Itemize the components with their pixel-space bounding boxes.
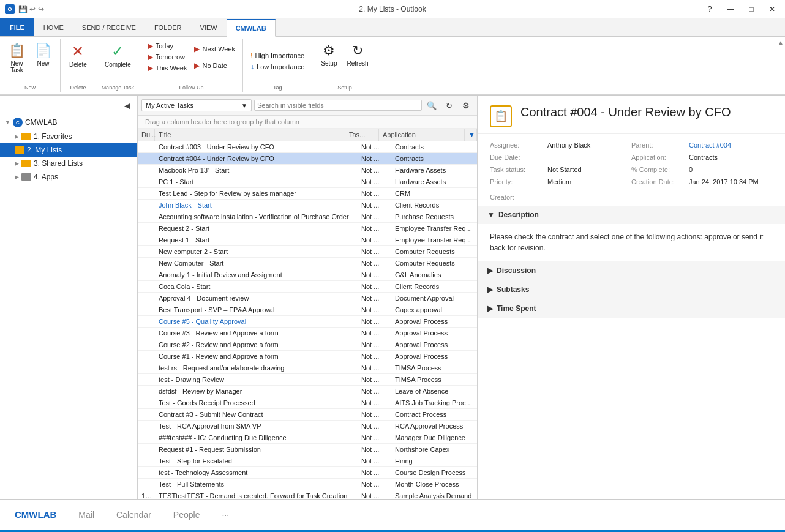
task-cell-tas: Not ... bbox=[358, 165, 391, 176]
nav-item-calendar[interactable]: Calendar bbox=[111, 508, 156, 522]
nav-item-people[interactable]: People bbox=[168, 508, 205, 522]
task-cell-title: Approval 4 - Document review bbox=[155, 293, 358, 304]
refresh-list-btn[interactable]: ↻ bbox=[441, 98, 456, 113]
section-header-time-spent[interactable]: ▶ Time Spent bbox=[478, 299, 785, 318]
nav-item-cmwlab[interactable]: CMWLAB bbox=[10, 507, 61, 522]
table-row[interactable]: Course #3 - Review and Approve a form No… bbox=[138, 328, 477, 339]
table-row[interactable]: Best Transport - SVP – FP&A Approval Not… bbox=[138, 304, 477, 316]
sidebar-item-my-lists[interactable]: 2. My Lists bbox=[0, 143, 137, 157]
close-btn[interactable]: ✕ bbox=[764, 3, 780, 15]
tab-file[interactable]: FILE bbox=[0, 18, 34, 36]
table-row[interactable]: Course #2 - Review and Approve a form No… bbox=[138, 339, 477, 351]
maximize-btn[interactable]: □ bbox=[743, 3, 759, 15]
table-row[interactable]: Coca Cola - Start Not ... Client Records bbox=[138, 281, 477, 293]
tab-cmwlab[interactable]: CMWLAB bbox=[227, 19, 276, 37]
table-row[interactable]: Anomaly 1 - Initial Review and Assigment… bbox=[138, 269, 477, 281]
detail-title: Contract #004 - Under Review by CFO bbox=[520, 105, 731, 119]
ribbon-group-delete-label: Delete bbox=[61, 84, 96, 91]
table-row[interactable]: Accounting software installation - Verif… bbox=[138, 211, 477, 223]
task-cell-app: Document Approval bbox=[391, 293, 477, 304]
task-cell-app: Contracts bbox=[391, 153, 477, 164]
sidebar-item-apps[interactable]: ▶ 4. Apps bbox=[0, 170, 137, 184]
search-btn[interactable]: 🔍 bbox=[424, 98, 439, 113]
table-row[interactable]: ###test### - IC: Conducting Due Diligenc… bbox=[138, 432, 477, 444]
table-row[interactable]: Request #1 - Request Submission Not ... … bbox=[138, 444, 477, 455]
task-filter-dropdown[interactable]: My Active Tasks ▼ bbox=[141, 99, 252, 111]
delete-button[interactable]: ✕ Delete bbox=[64, 40, 92, 70]
task-cell-app: Hiring bbox=[391, 455, 477, 466]
table-row[interactable]: Contract #003 - Under Review by CFO Not … bbox=[138, 141, 477, 153]
this-week-button[interactable]: ▶ This Week bbox=[144, 62, 191, 73]
task-cell-du bbox=[138, 471, 155, 474]
task-cell-title: Test Lead - Step for Review by sales man… bbox=[155, 188, 358, 199]
window-title: 2. My Lists - Outlook bbox=[359, 5, 426, 13]
sidebar-item-cmwlab[interactable]: ▼ C CMWLAB bbox=[0, 115, 137, 130]
sidebar-cmwlab-label: CMWLAB bbox=[25, 118, 58, 127]
tab-folder[interactable]: FOLDER bbox=[145, 18, 191, 36]
ribbon-collapse-toggle[interactable]: ▲ bbox=[776, 39, 785, 46]
table-row[interactable]: Test - Pull Statements Not ... Month Clo… bbox=[138, 479, 477, 490]
new-button[interactable]: 📄 New bbox=[30, 40, 56, 69]
search-input[interactable] bbox=[257, 102, 419, 109]
section-label-subtasks: Subtasks bbox=[497, 285, 529, 294]
minimize-btn[interactable]: — bbox=[723, 3, 738, 15]
table-row[interactable]: PC 1 - Start Not ... Hardware Assets bbox=[138, 176, 477, 188]
tab-home[interactable]: HOME bbox=[34, 18, 73, 36]
col-header-filter[interactable]: ▼ bbox=[465, 129, 477, 141]
sidebar-item-favorites[interactable]: ▶ 1. Favorites bbox=[0, 130, 137, 143]
refresh-button[interactable]: ↻ Refresh bbox=[342, 40, 373, 69]
table-row[interactable]: Contract #3 - Submit New Contract Not ..… bbox=[138, 409, 477, 421]
task-cell-app: Approval Process bbox=[391, 328, 477, 339]
table-row[interactable]: Test - Goods Receipt Processed Not ... A… bbox=[138, 397, 477, 409]
no-date-button[interactable]: ▶ No Date bbox=[190, 60, 239, 71]
tab-send-receive[interactable]: SEND / RECEIVE bbox=[73, 18, 145, 36]
today-button[interactable]: ▶ Today bbox=[144, 40, 191, 51]
nav-item-mail[interactable]: Mail bbox=[73, 508, 99, 522]
table-row[interactable]: Request 2 - Start Not ... Employee Trans… bbox=[138, 223, 477, 234]
high-importance-button[interactable]: ! High Importance bbox=[247, 50, 308, 61]
table-row[interactable]: Request 1 - Start Not ... Employee Trans… bbox=[138, 234, 477, 246]
table-row[interactable]: test rs - Request and/or elaborate drawi… bbox=[138, 362, 477, 374]
low-importance-button[interactable]: ↓ Low Importance bbox=[247, 61, 308, 72]
section-header-subtasks[interactable]: ▶ Subtasks bbox=[478, 280, 785, 299]
setup-button[interactable]: ⚙ Setup bbox=[316, 40, 342, 69]
col-header-du[interactable]: Du... bbox=[138, 129, 155, 141]
table-row[interactable]: Test Lead - Step for Review by sales man… bbox=[138, 188, 477, 200]
section-header-description[interactable]: ▼ Description bbox=[478, 206, 785, 224]
table-row[interactable]: Course #5 - Qualilty Approval Not ... Ap… bbox=[138, 316, 477, 328]
next-week-button[interactable]: ▶ Next Week bbox=[190, 43, 239, 54]
table-row[interactable]: test - Technology Assessment Not ... Cou… bbox=[138, 467, 477, 479]
task-cell-du bbox=[138, 482, 155, 486]
section-arrow-time-spent: ▶ bbox=[487, 304, 493, 313]
table-row[interactable]: Macbook Pro 13' - Start Not ... Hardware… bbox=[138, 165, 477, 176]
task-search[interactable] bbox=[254, 100, 422, 111]
table-row[interactable]: Test - Step for Escalated Not ... Hiring bbox=[138, 455, 477, 467]
tomorrow-button[interactable]: ▶ Tomorrow bbox=[144, 51, 191, 62]
table-row[interactable]: John Black - Start Not ... Client Record… bbox=[138, 200, 477, 211]
apps-folder-icon bbox=[21, 173, 31, 181]
table-row[interactable]: New Computer - Start Not ... Computer Re… bbox=[138, 258, 477, 269]
section-header-discussion[interactable]: ▶ Discussion bbox=[478, 261, 785, 280]
parent-value[interactable]: Contract #004 bbox=[689, 141, 731, 149]
table-row[interactable]: Approval 4 - Document review Not ... Doc… bbox=[138, 293, 477, 304]
table-row[interactable]: 14... TESTtestTEST - Demand is created. … bbox=[138, 490, 477, 499]
col-header-title[interactable]: Title bbox=[155, 129, 345, 141]
col-header-app[interactable]: Application bbox=[379, 129, 465, 141]
new-task-button[interactable]: 📋 NewTask bbox=[4, 40, 30, 76]
tab-view[interactable]: VIEW bbox=[191, 18, 227, 36]
complete-button[interactable]: ✓ Complete bbox=[100, 40, 136, 70]
sidebar-item-shared-lists[interactable]: ▶ 3. Shared Lists bbox=[0, 157, 137, 170]
table-row[interactable]: test - Drawing Review Not ... TIMSA Proc… bbox=[138, 374, 477, 386]
table-row[interactable]: Test - RCA Approval from SMA VP Not ... … bbox=[138, 421, 477, 432]
new-task-label: NewTask bbox=[10, 60, 23, 73]
help-btn[interactable]: ? bbox=[702, 3, 718, 15]
favorites-folder-icon bbox=[21, 133, 31, 140]
table-row[interactable]: dsfdsf - Review by Manager Not ... Leave… bbox=[138, 386, 477, 397]
table-row[interactable]: Contract #004 - Under Review by CFO Not … bbox=[138, 153, 477, 165]
sidebar-collapse-btn[interactable]: ◀ bbox=[120, 98, 135, 113]
col-header-tas[interactable]: Tas... bbox=[345, 129, 379, 141]
table-row[interactable]: Course #1 - Review and Approve a form No… bbox=[138, 351, 477, 362]
settings-list-btn[interactable]: ⚙ bbox=[459, 98, 473, 113]
table-row[interactable]: New computer 2 - Start Not ... Computer … bbox=[138, 246, 477, 258]
nav-item-more[interactable]: ··· bbox=[217, 508, 234, 522]
